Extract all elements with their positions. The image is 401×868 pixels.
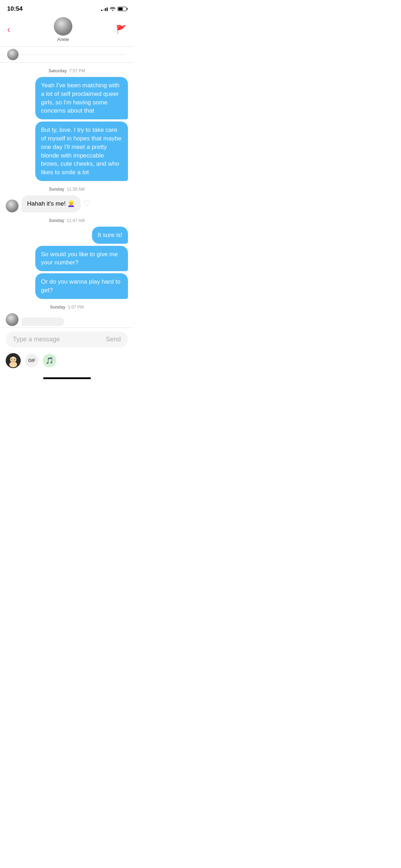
- message-row-partial: [6, 313, 128, 326]
- signal-icon: [101, 7, 108, 11]
- status-icons: [101, 6, 127, 12]
- message-bubble: Or do you wanna play hard to get?: [35, 273, 128, 299]
- header-avatar: [54, 17, 72, 36]
- flag-button[interactable]: 🚩: [116, 25, 127, 35]
- gif-button[interactable]: GIF: [25, 354, 38, 367]
- message-row: It sure is!: [6, 227, 128, 244]
- chat-area: Saturday 7:57 PM Yeah I've been matching…: [0, 68, 134, 326]
- message-row: Or do you wanna play hard to get?: [6, 273, 128, 299]
- header-profile[interactable]: Ariele: [54, 17, 72, 42]
- svg-point-2: [9, 362, 17, 367]
- message-bubble-partial: [21, 317, 64, 326]
- message-input-row[interactable]: Type a message Send: [6, 331, 128, 347]
- heart-button[interactable]: ♡: [83, 199, 91, 208]
- message-bubble: Hahah it's me! 👱‍♀️: [21, 195, 81, 212]
- home-bar: [43, 377, 91, 379]
- user-avatar: [6, 353, 21, 368]
- message-bubble: But ty, love. I try to take care of myse…: [35, 122, 128, 181]
- message-placeholder: Type a message: [13, 336, 106, 343]
- message-row: But ty, love. I try to take care of myse…: [6, 122, 128, 181]
- prev-avatar: [7, 49, 19, 60]
- message-bubble: Yeah I've been matching with a lot of se…: [35, 77, 128, 119]
- timestamp-sunday-1147am: Sunday 11:47 AM: [6, 218, 128, 223]
- prev-line-divider: [22, 55, 127, 55]
- prev-messages-bar: [0, 47, 134, 63]
- received-avatar: [6, 200, 19, 212]
- toolbar: GIF 🎵: [6, 352, 128, 371]
- input-area: Type a message Send GIF 🎵: [0, 327, 134, 374]
- wifi-icon: [110, 6, 115, 12]
- timestamp-sunday-1130am: Sunday 11:30 AM: [6, 187, 128, 192]
- message-bubble: So would you like to give me your number…: [35, 246, 128, 272]
- send-button[interactable]: Send: [106, 336, 121, 343]
- message-row: Hahah it's me! 👱‍♀️ ♡: [6, 195, 128, 212]
- svg-point-4: [14, 358, 15, 360]
- message-row: So would you like to give me your number…: [6, 246, 128, 272]
- message-row: Yeah I've been matching with a lot of se…: [6, 77, 128, 119]
- message-bubble: It sure is!: [92, 227, 128, 244]
- header-name: Ariele: [57, 37, 69, 42]
- status-bar: 10:54: [0, 0, 134, 16]
- home-indicator: [0, 374, 134, 381]
- timestamp-saturday-757pm: Saturday 7:57 PM: [6, 68, 128, 73]
- chat-header: ‹ Ariele 🚩: [0, 16, 134, 47]
- received-avatar: [6, 313, 19, 326]
- status-time: 10:54: [7, 5, 22, 12]
- music-button[interactable]: 🎵: [43, 354, 56, 367]
- back-button[interactable]: ‹: [7, 25, 10, 35]
- battery-icon: [118, 7, 127, 11]
- svg-point-3: [11, 358, 12, 360]
- timestamp-sunday-107pm: Sunday 1:07 PM: [6, 305, 128, 310]
- music-note-icon: 🎵: [46, 357, 53, 365]
